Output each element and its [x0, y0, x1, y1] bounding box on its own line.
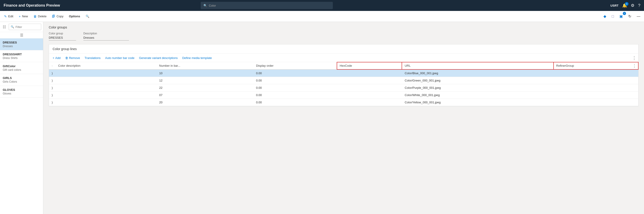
- diamond-icon[interactable]: ◆: [602, 13, 608, 20]
- cell-hexcode: [337, 92, 402, 99]
- left-panel: ☷ 🔍 ☰ DRESSES Dresses DRESSSHIRT Dress S…: [0, 22, 43, 214]
- search-input[interactable]: [209, 4, 330, 7]
- add-icon: +: [52, 56, 54, 60]
- cell-refiner-group: [554, 84, 638, 92]
- define-media-button[interactable]: Define media template: [180, 55, 214, 61]
- search-cmd-icon[interactable]: 🔍: [84, 13, 92, 19]
- cell-refiner-group: [554, 69, 638, 77]
- remove-label: Remove: [69, 56, 80, 60]
- generate-button[interactable]: Generate variant descriptions: [137, 55, 180, 61]
- cell-number-in-bar: 20: [156, 99, 253, 106]
- list-item-girls[interactable]: GIRLS Girls Colors: [0, 74, 43, 86]
- list-item-sub: Gift card colors: [3, 68, 40, 71]
- notification-bell[interactable]: 🔔 0: [622, 3, 627, 8]
- right-panel: Color groups Color group DRESSES Descrip…: [43, 22, 644, 214]
- color-group-field: Color group DRESSES: [49, 32, 76, 40]
- translations-label: Translations: [84, 56, 100, 60]
- filter-input[interactable]: [16, 25, 39, 29]
- filter-icon-button[interactable]: ☷: [2, 24, 7, 30]
- teams-icon[interactable]: □: [610, 13, 616, 20]
- description-label: Description: [84, 32, 129, 35]
- color-group-value[interactable]: DRESSES: [49, 36, 76, 40]
- search-icon-cmd: 🔍: [86, 14, 89, 18]
- delete-label: Delete: [38, 14, 47, 18]
- auto-number-button[interactable]: Auto number bar code: [103, 55, 136, 61]
- app-title: Finance and Operations Preview: [4, 3, 60, 7]
- list-item-gloves[interactable]: GLOVES Gloves: [0, 86, 43, 98]
- new-button[interactable]: + New: [16, 13, 30, 19]
- col-refiner-group[interactable]: RefinerGroup ⋮: [554, 62, 638, 69]
- cell-display-order: 0.00: [253, 92, 337, 99]
- translations-button[interactable]: Translations: [83, 55, 102, 61]
- description-value[interactable]: Dresses: [84, 36, 129, 40]
- col-dot: ·: [49, 62, 55, 69]
- cmd-right-actions: ◆ □ ▣ 0 ↻ —: [602, 13, 642, 20]
- add-button[interactable]: + Add: [51, 55, 62, 61]
- filter-input-wrap: 🔍: [9, 24, 41, 30]
- col-color-description[interactable]: Color description: [55, 62, 156, 69]
- cell-dot: ): [49, 99, 55, 106]
- remove-button[interactable]: 🗑 Remove: [63, 55, 82, 61]
- description-field: Description Dresses: [84, 32, 129, 40]
- reload-icon[interactable]: ↻: [626, 13, 633, 20]
- cell-display-order: 0.00: [253, 84, 337, 92]
- table-row[interactable]: ) 20 0.00 Color/Yellow_000_001.jpeg: [49, 99, 638, 106]
- table-row[interactable]: ) 10 0.00 Color/Blue_000_001.jpeg: [49, 69, 638, 77]
- col-url[interactable]: URL: [402, 62, 553, 69]
- cell-color-description: [55, 99, 156, 106]
- cell-color-description: [55, 77, 156, 84]
- main-layout: ☷ 🔍 ☰ DRESSES Dresses DRESSSHIRT Dress S…: [0, 22, 644, 214]
- cell-url: Color/Green_000_001.jpeg: [402, 77, 553, 84]
- edit-button[interactable]: ✎ Edit: [2, 13, 16, 19]
- list-item-sub: Dresses: [3, 45, 40, 48]
- col-more-icon[interactable]: ⋮: [632, 63, 636, 68]
- cell-refiner-group: [554, 92, 638, 99]
- add-label: Add: [55, 56, 60, 60]
- filter-bar: ☷ 🔍: [0, 22, 43, 32]
- delete-button[interactable]: 🗑 Delete: [31, 13, 49, 19]
- cell-number-in-bar: 10: [156, 69, 253, 77]
- options-label: Options: [69, 14, 80, 18]
- delete-icon: 🗑: [34, 14, 37, 18]
- list-item-title: GIRLS: [3, 76, 40, 80]
- auto-number-label: Auto number bar code: [105, 56, 134, 60]
- list-item-dressshirt[interactable]: DRESSSHIRT Dress Shirts: [0, 50, 43, 62]
- user-label: USRT: [610, 4, 618, 7]
- table-more-options-icon[interactable]: ⋮: [632, 55, 636, 61]
- generate-label: Generate variant descriptions: [139, 56, 178, 60]
- copy-button[interactable]: 🗐 Copy: [50, 13, 66, 19]
- cell-url: Color/White_000_001.jpeg: [402, 92, 553, 99]
- list-items: DRESSES Dresses DRESSSHIRT Dress Shirts …: [0, 38, 43, 214]
- cell-refiner-group: [554, 77, 638, 84]
- col-display-order[interactable]: Display order: [253, 62, 337, 69]
- list-item-giftcolor[interactable]: GiftColor Gift card colors: [0, 62, 43, 74]
- search-icon: 🔍: [204, 4, 207, 7]
- top-nav: Finance and Operations Preview 🔍 USRT 🔔 …: [0, 0, 644, 11]
- cell-color-description: [55, 69, 156, 77]
- col-hexcode[interactable]: HexCode: [337, 62, 402, 69]
- table-row[interactable]: ) 22 0.00 Color/Purple_000_001.jpeg: [49, 84, 638, 92]
- list-item-title: DRESSES: [3, 41, 40, 44]
- list-item-title: GLOVES: [3, 88, 40, 92]
- help-icon[interactable]: ?: [638, 3, 640, 8]
- settings-icon[interactable]: ⚙: [631, 3, 634, 8]
- list-item-sub: Gloves: [3, 92, 40, 95]
- new-icon: +: [19, 14, 20, 18]
- cell-dot: ): [49, 92, 55, 99]
- cell-number-in-bar: 12: [156, 77, 253, 84]
- refresh-badge-icon[interactable]: ▣ 0: [618, 13, 625, 20]
- table-row[interactable]: ) 07 0.00 Color/White_000_001.jpeg: [49, 92, 638, 99]
- lines-header: Color group lines: [49, 44, 638, 54]
- list-item-dresses[interactable]: DRESSES Dresses: [0, 38, 43, 50]
- cell-display-order: 0.00: [253, 69, 337, 77]
- col-number-in-bar[interactable]: Number in bar...: [156, 62, 253, 69]
- remove-icon: 🗑: [65, 56, 68, 60]
- list-item-title: GiftColor: [3, 64, 40, 68]
- filter-search-icon: 🔍: [11, 25, 14, 28]
- command-bar: ✎ Edit + New 🗑 Delete 🗐 Copy Options 🔍 ◆…: [0, 11, 644, 22]
- minimize-icon[interactable]: —: [635, 13, 642, 20]
- table-row[interactable]: ) 12 0.00 Color/Green_000_001.jpeg: [49, 77, 638, 84]
- hamburger-menu[interactable]: ☰: [0, 32, 43, 38]
- options-button[interactable]: Options: [67, 13, 82, 19]
- search-bar[interactable]: 🔍: [201, 2, 333, 9]
